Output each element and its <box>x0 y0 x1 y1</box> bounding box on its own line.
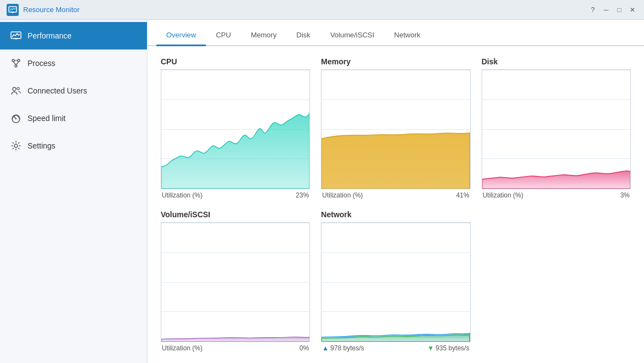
sidebar-item-speed-limit[interactable]: Speed limit <box>0 105 147 132</box>
network-chart-box <box>321 222 470 342</box>
volume-utilization-label: Utilization (%) <box>162 344 203 352</box>
svg-point-16 <box>15 118 17 119</box>
disk-chart-footer: Utilization (%) 3% <box>482 191 631 199</box>
svg-line-10 <box>16 62 19 65</box>
cpu-utilization-label: Utilization (%) <box>162 191 203 199</box>
sidebar-label-settings: Settings <box>28 141 56 150</box>
tab-memory[interactable]: Memory <box>241 25 287 46</box>
memory-chart-title: Memory <box>321 57 470 66</box>
cpu-chart-box <box>161 69 310 189</box>
window-title: Resource Monitor <box>23 6 80 14</box>
network-chart-title: Network <box>321 210 470 219</box>
svg-line-9 <box>13 62 16 65</box>
memory-chart-svg <box>321 70 470 189</box>
tab-network[interactable]: Network <box>384 25 430 46</box>
network-chart-svg <box>321 223 470 342</box>
network-upload-label: 978 bytes/s <box>330 344 364 352</box>
app-icon <box>7 4 19 16</box>
sidebar-label-performance: Performance <box>28 31 72 40</box>
tab-cpu[interactable]: CPU <box>206 25 241 46</box>
speed-icon <box>10 112 22 124</box>
title-bar: Resource Monitor ? ─ □ ✕ <box>0 0 644 20</box>
disk-chart-svg <box>482 70 630 189</box>
network-download-speed: ▼ 935 bytes/s <box>427 344 469 352</box>
process-icon <box>10 57 22 69</box>
tab-disk[interactable]: Disk <box>287 25 320 46</box>
disk-chart-title: Disk <box>482 57 631 66</box>
svg-point-20 <box>14 144 18 147</box>
cpu-chart-svg <box>161 70 309 189</box>
upload-arrow-icon: ▲ <box>322 344 329 352</box>
disk-chart-box <box>482 69 631 189</box>
disk-chart-card: Disk <box>482 57 631 199</box>
network-chart-footer: ▲ 978 bytes/s ▼ 935 bytes/s <box>321 344 470 352</box>
charts-area: CPU <box>148 46 644 363</box>
network-chart-card: Network <box>321 210 470 352</box>
sidebar-item-process[interactable]: Process <box>0 50 147 77</box>
sidebar-label-process: Process <box>28 59 56 68</box>
volume-chart-box <box>161 222 310 342</box>
memory-chart-card: Memory <box>321 57 470 199</box>
cpu-chart-footer: Utilization (%) 23% <box>161 191 310 199</box>
disk-utilization-label: Utilization (%) <box>483 191 523 199</box>
memory-utilization-label: Utilization (%) <box>322 191 363 199</box>
memory-chart-footer: Utilization (%) 41% <box>321 191 470 199</box>
cpu-chart-card: CPU <box>161 57 310 199</box>
svg-point-12 <box>13 87 16 91</box>
window-controls: ? ─ □ ✕ <box>588 5 637 15</box>
sidebar-item-performance[interactable]: Performance <box>0 22 147 50</box>
tab-volume[interactable]: Volume/iSCSI <box>320 25 384 46</box>
sidebar-label-connected-users: Connected Users <box>28 86 87 95</box>
tabs-bar: Overview CPU Memory Disk Volume/iSCSI Ne… <box>148 20 644 46</box>
content-area: Overview CPU Memory Disk Volume/iSCSI Ne… <box>148 20 644 363</box>
svg-point-7 <box>18 59 20 62</box>
memory-utilization-value: 41% <box>456 191 470 199</box>
minimize-button[interactable]: ─ <box>601 5 611 15</box>
help-button[interactable]: ? <box>588 5 598 15</box>
network-download-label: 935 bytes/s <box>435 344 469 352</box>
download-arrow-icon: ▼ <box>427 344 434 352</box>
sidebar: Performance Process <box>0 20 148 363</box>
users-icon <box>10 85 22 97</box>
network-upload-speed: ▲ 978 bytes/s <box>322 344 364 352</box>
cpu-chart-title: CPU <box>161 57 310 66</box>
volume-utilization-value: 0% <box>299 344 309 352</box>
volume-chart-svg <box>161 223 309 342</box>
tab-overview[interactable]: Overview <box>156 25 206 46</box>
volume-chart-card: Volume/iSCSI <box>161 210 310 352</box>
memory-chart-box <box>321 69 470 189</box>
sidebar-item-settings[interactable]: Settings <box>0 132 147 160</box>
cpu-utilization-value: 23% <box>296 191 309 199</box>
volume-chart-footer: Utilization (%) 0% <box>161 344 310 352</box>
svg-point-6 <box>12 59 14 62</box>
close-button[interactable]: ✕ <box>627 5 637 15</box>
maximize-button[interactable]: □ <box>614 5 624 15</box>
performance-icon <box>10 30 22 42</box>
volume-chart-title: Volume/iSCSI <box>161 210 310 219</box>
disk-utilization-value: 3% <box>620 191 630 199</box>
sidebar-label-speed-limit: Speed limit <box>28 114 66 123</box>
settings-icon <box>10 140 22 152</box>
svg-point-8 <box>15 65 17 67</box>
svg-point-13 <box>17 87 19 90</box>
sidebar-item-connected-users[interactable]: Connected Users <box>0 77 147 105</box>
